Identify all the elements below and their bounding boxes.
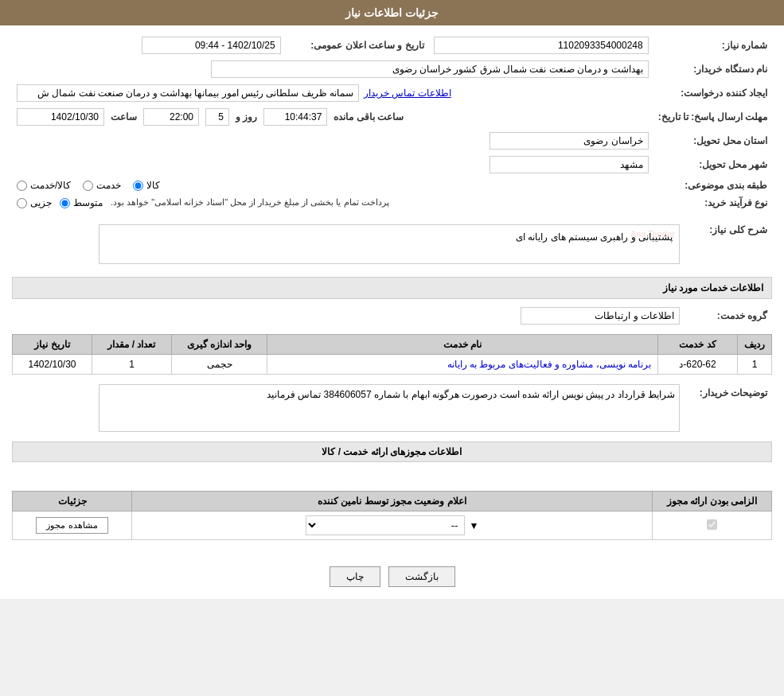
row-service-name: برنامه نویسی، مشاوره و فعالیت‌های مربوط … — [267, 355, 658, 375]
purchase-type-motavaset-radio[interactable] — [60, 198, 70, 208]
category-kala-radio[interactable] — [133, 181, 143, 191]
need-description-value: پشتیبانی و راهبری سیستم های رایانه ای — [106, 231, 673, 243]
permit-details-cell: مشاهده مجوز — [13, 511, 132, 540]
need-description-label: شرح کلی نیاز: — [685, 218, 772, 270]
category-kala-option[interactable]: کالا — [133, 180, 160, 191]
permit-row: -- ▼ مشاهده مجوز — [13, 511, 772, 540]
buyer-notes-table: توضیحات خریدار: شرایط قرارداد در پیش نوی… — [12, 381, 772, 435]
need-description-container: Ana Tender پشتیبانی و راهبری سیستم های ر… — [99, 224, 680, 264]
col-service-name: نام خدمت — [267, 335, 658, 355]
need-number-value: 1102093354000248 — [434, 37, 649, 54]
print-button[interactable]: چاپ — [330, 566, 380, 587]
row-code: 620-62-د — [658, 355, 738, 375]
deadline-time-label: ساعت — [111, 111, 137, 122]
deadline-days: 5 — [205, 108, 229, 126]
services-section-header: اطلاعات خدمات مورد نیاز — [12, 277, 772, 299]
purchase-type-desc: پرداخت تمام یا بخشی از مبلغ خریدار از مح… — [111, 197, 389, 208]
category-khedmat-radio[interactable] — [83, 181, 93, 191]
permits-section-header: اطلاعات مجوزهای ارائه خدمت / کالا — [12, 441, 772, 462]
row-unit: حجمی — [172, 355, 267, 375]
category-kala-khedmat-option[interactable]: کالا/خدمت — [17, 180, 71, 191]
deadline-date: 1402/10/30 — [17, 108, 104, 126]
buyer-notes-value: شرایط قرارداد در پیش نویس ارائه شده است … — [267, 389, 675, 400]
purchase-type-label: نوع فرآیند خرید: — [653, 194, 772, 212]
requester-value: سمانه ظریف سلطانی رئیس امور بیمانها بهدا… — [17, 84, 359, 102]
table-row: 1 620-62-د برنامه نویسی، مشاوره و فعالیت… — [13, 355, 772, 375]
permit-status-select[interactable]: -- — [306, 515, 465, 535]
announcement-date-value: 1402/10/25 - 09:44 — [142, 37, 281, 54]
requester-contact-link[interactable]: اطلاعات تماس خریدار — [364, 87, 451, 99]
category-khedmat-option[interactable]: خدمت — [83, 180, 121, 191]
row-num: 1 — [738, 355, 772, 375]
need-number-label: شماره نیاز: — [653, 33, 772, 57]
deadline-label: مهلت ارسال پاسخ: تا تاریخ: — [653, 105, 772, 129]
row-quantity: 1 — [92, 355, 172, 375]
service-group-label: گروه خدمت: — [685, 304, 772, 328]
city-value: مشهد — [490, 156, 649, 173]
page-title: جزئیات اطلاعات نیاز — [345, 6, 439, 19]
category-label: طبقه بندی موضوعی: — [653, 177, 772, 194]
permits-table: الزامی بودن ارائه مجوز اعلام وضعیت مجوز … — [12, 491, 772, 540]
deadline-time: 22:00 — [143, 108, 199, 126]
announcement-date-label: تاریخ و ساعت اعلان عمومی: — [286, 33, 429, 57]
info-table: شماره نیاز: 1102093354000248 تاریخ و ساع… — [12, 33, 772, 212]
buyer-org-value: بهداشت و درمان صنعت نفت شمال شرق کشور خر… — [211, 60, 649, 78]
permit-col-details: جزئیات — [13, 492, 132, 511]
row-date: 1402/10/30 — [13, 355, 92, 375]
province-value: خراسان رضوی — [490, 132, 649, 150]
permit-required-checkbox — [707, 519, 717, 530]
deadline-remaining-label: ساعت باقی مانده — [333, 111, 404, 122]
deadline-hours: 10:44:37 — [263, 108, 327, 126]
purchase-type-jozyi-radio[interactable] — [17, 198, 27, 208]
service-group-table: گروه خدمت: اطلاعات و ارتباطات — [12, 304, 772, 328]
permit-col-status: اعلام وضعیت مجوز توسط نامین کننده — [132, 492, 653, 511]
col-quantity: تعداد / مقدار — [92, 335, 172, 355]
services-data-table: ردیف کد خدمت نام خدمت واحد اندازه گیری ت… — [12, 334, 772, 375]
permit-col-required: الزامی بودن ارائه مجوز — [653, 492, 772, 511]
province-label: استان محل تحویل: — [653, 129, 772, 153]
permit-required-cell — [653, 511, 772, 540]
back-button[interactable]: بازگشت — [388, 566, 455, 587]
col-row-num: ردیف — [738, 335, 772, 355]
requester-label: ایجاد کننده درخواست: — [653, 81, 772, 105]
buyer-notes-label: توضیحات خریدار: — [685, 381, 772, 435]
buyer-org-label: نام دستگاه خریدار: — [653, 57, 772, 81]
view-permit-button[interactable]: مشاهده مجوز — [36, 517, 107, 534]
permit-status-cell: -- ▼ — [132, 511, 653, 540]
deadline-days-label: روز و — [236, 111, 257, 122]
buyer-notes-container: شرایط قرارداد در پیش نویس ارائه شده است … — [99, 384, 680, 432]
col-service-code: کد خدمت — [658, 335, 738, 355]
footer-buttons: بازگشت چاپ — [0, 554, 784, 599]
service-group-value: اطلاعات و ارتباطات — [521, 307, 680, 325]
category-kala-khedmat-radio[interactable] — [17, 181, 27, 191]
col-unit: واحد اندازه گیری — [172, 335, 267, 355]
col-date: تاریخ نیاز — [13, 335, 92, 355]
need-description-table: شرح کلی نیاز: Ana Tender پشتیبانی و راهب… — [12, 218, 772, 270]
page-header: جزئیات اطلاعات نیاز — [0, 0, 784, 25]
city-label: شهر محل تحویل: — [653, 153, 772, 177]
purchase-type-jozyi-option[interactable]: جزیی — [17, 197, 52, 208]
purchase-type-motavaset-option[interactable]: متوسط — [60, 197, 103, 208]
